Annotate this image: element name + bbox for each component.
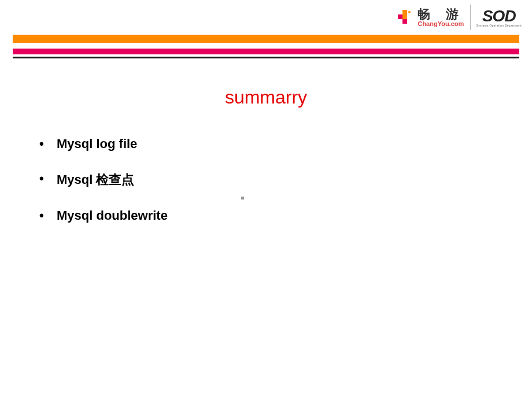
sod-main-text: SOD <box>482 8 516 24</box>
changyou-text: 畅 游 ChangYou.com <box>418 8 464 27</box>
sod-sub-text: Systems Operation Department <box>476 24 522 27</box>
center-marker <box>241 197 244 200</box>
header-logos: 畅 游 ChangYou.com SOD Systems Operation D… <box>397 3 522 31</box>
svg-rect-0 <box>402 10 407 14</box>
list-item: Mysql doublewrite <box>39 208 168 223</box>
svg-rect-3 <box>402 19 407 24</box>
changyou-logo: 畅 游 ChangYou.com <box>397 8 464 27</box>
sod-logo: SOD Systems Operation Department <box>476 8 522 27</box>
changyou-chinese: 畅 游 <box>418 8 464 21</box>
list-item: Mysql 检查点 <box>39 171 168 189</box>
stripe-orange <box>13 35 519 43</box>
svg-point-4 <box>408 11 411 13</box>
changyou-icon <box>397 9 414 26</box>
bullet-list: Mysql log file Mysql 检查点 Mysql doublewri… <box>39 136 168 243</box>
stripe-black <box>13 57 519 58</box>
list-item: Mysql log file <box>39 136 168 152</box>
svg-rect-2 <box>402 14 407 19</box>
changyou-domain: ChangYou.com <box>418 21 464 27</box>
slide-title: summarry <box>0 87 532 108</box>
svg-rect-1 <box>398 14 402 19</box>
stripe-magenta <box>13 49 519 54</box>
logo-divider <box>470 5 471 30</box>
